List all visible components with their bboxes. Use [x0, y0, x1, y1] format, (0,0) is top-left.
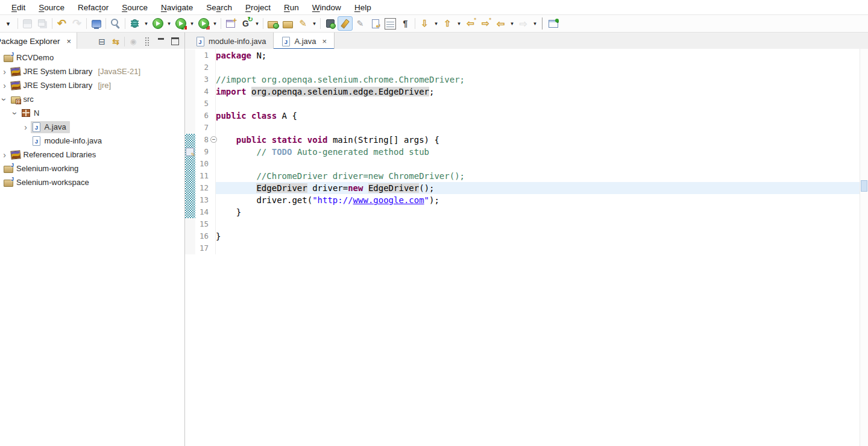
code-text[interactable]: [216, 98, 860, 110]
code-text[interactable]: driver.get("http://www.google.com");: [216, 194, 860, 206]
open-perspective-icon[interactable]: [322, 16, 338, 31]
menu-navigate[interactable]: Navigate: [154, 2, 200, 13]
focus-on-active-task-icon[interactable]: [127, 35, 140, 48]
gradle-refresh-icon[interactable]: [238, 16, 253, 31]
menu-window[interactable]: Window: [306, 2, 348, 13]
coverage-icon[interactable]: [173, 16, 188, 31]
chevron-expanded-icon[interactable]: [0, 53, 1, 63]
chevron-collapsed-icon[interactable]: [1, 67, 8, 77]
run-dropdown-icon[interactable]: ▾: [165, 16, 173, 31]
pin-editor-icon[interactable]: [546, 16, 561, 31]
undo-icon[interactable]: [54, 16, 69, 31]
next-annotation-icon[interactable]: [417, 16, 432, 31]
code-text[interactable]: public class A {: [216, 110, 860, 122]
menu-source[interactable]: Source: [115, 2, 154, 13]
debug-dropdown-icon[interactable]: ▾: [142, 16, 150, 31]
tree-item-n[interactable]: N: [11, 106, 184, 120]
tree-item-src[interactable]: src: [1, 92, 185, 106]
chevron-expanded-icon[interactable]: [1, 95, 8, 104]
editor-tab-a-java[interactable]: A.java×: [273, 33, 335, 50]
save-all-icon[interactable]: [35, 16, 50, 31]
run-icon[interactable]: [150, 16, 165, 31]
profile-icon[interactable]: [196, 16, 211, 31]
tree-item-referenced-libraries[interactable]: Referenced Libraries: [1, 148, 185, 162]
code-text[interactable]: [216, 122, 860, 134]
gradle-refresh-dropdown-icon[interactable]: ▾: [253, 16, 261, 31]
code-text[interactable]: }: [216, 206, 860, 218]
previous-annotation-dropdown-icon[interactable]: ▾: [455, 16, 463, 31]
menu-search[interactable]: Search: [200, 2, 239, 13]
overview-ruler[interactable]: [860, 49, 868, 446]
code-text[interactable]: EdgeDriver driver=new EdgeDriver();: [216, 182, 860, 194]
fold-column: [210, 194, 216, 206]
menu-help[interactable]: Help: [348, 2, 378, 13]
forward-icon[interactable]: [516, 16, 531, 31]
code-text[interactable]: public static void main(String[] args) {: [216, 134, 860, 146]
code-text[interactable]: [216, 61, 860, 74]
last-edit-location-icon[interactable]: [463, 16, 478, 31]
show-selected-element-icon[interactable]: [383, 16, 398, 31]
forward-dropdown-icon[interactable]: ▾: [531, 16, 539, 31]
tree-item-jre-system-library[interactable]: JRE System Library[jre]: [1, 78, 185, 92]
tree-item-selenium-workspace[interactable]: Selenium-workspace: [0, 175, 184, 189]
tree-item-a-java[interactable]: A.java: [22, 120, 185, 134]
code-text[interactable]: import org.openqa.selenium.edge.EdgeDriv…: [216, 86, 860, 98]
maximize-icon[interactable]: [168, 35, 181, 48]
view-menu-icon[interactable]: [140, 35, 154, 48]
previous-annotation-icon[interactable]: [440, 16, 455, 31]
back-icon[interactable]: [493, 16, 508, 31]
tree-item-selenium-working[interactable]: Selenium-working: [0, 162, 184, 175]
code-text[interactable]: [216, 242, 860, 254]
menu-source[interactable]: Source: [32, 2, 71, 13]
code-text[interactable]: //import org.openqa.selenium.chrome.Chro…: [216, 74, 860, 86]
tree-item-jre-system-library[interactable]: JRE System Library[JavaSE-21]: [1, 64, 185, 78]
annotate-dropdown-icon[interactable]: ▾: [310, 16, 318, 31]
next-edit-location-icon[interactable]: [478, 16, 493, 31]
save-icon[interactable]: [20, 16, 35, 31]
annotate-icon[interactable]: [295, 16, 310, 31]
format-icon[interactable]: [353, 16, 368, 31]
open-resource-icon[interactable]: [280, 16, 295, 31]
chevron-collapsed-icon[interactable]: [1, 81, 8, 90]
inspect-icon[interactable]: [108, 16, 123, 31]
tree-item-module-info-java[interactable]: module-info.java: [22, 134, 185, 148]
code-text[interactable]: [216, 158, 860, 170]
back-dropdown-icon[interactable]: ▾: [508, 16, 516, 31]
code-area[interactable]: 1package N;23//import org.openqa.seleniu…: [185, 49, 860, 446]
open-console-icon[interactable]: [89, 16, 104, 31]
package-explorer-view-tab[interactable]: Package Explorer ×: [0, 33, 77, 50]
code-text[interactable]: [216, 218, 860, 230]
close-tab-icon[interactable]: ×: [322, 37, 327, 46]
redo-icon[interactable]: [69, 16, 84, 31]
import-projects-icon[interactable]: [265, 16, 280, 31]
minimize-icon[interactable]: [154, 35, 168, 48]
code-text[interactable]: // TODO Auto-generated method stub: [216, 146, 860, 158]
chevron-collapsed-icon[interactable]: [1, 150, 8, 160]
collapse-fold-icon[interactable]: −: [210, 136, 217, 143]
next-annotation-dropdown-icon[interactable]: ▾: [432, 16, 440, 31]
chevron-expanded-icon[interactable]: [11, 108, 19, 118]
show-whitespace-icon[interactable]: [398, 16, 413, 31]
new-wizard-dropdown-icon[interactable]: [1, 16, 16, 31]
editor-tab-module-info-java[interactable]: module-info.java: [188, 33, 273, 50]
chevron-collapsed-icon[interactable]: [22, 122, 30, 132]
collapse-all-icon[interactable]: [95, 35, 108, 48]
link-with-editor-icon[interactable]: [109, 35, 122, 48]
profile-dropdown-icon[interactable]: ▾: [211, 16, 219, 31]
new-java-project-icon[interactable]: [223, 16, 238, 31]
mark-occurrences-icon[interactable]: [338, 16, 353, 31]
debug-icon[interactable]: [127, 16, 142, 31]
menu-project[interactable]: Project: [239, 2, 277, 13]
menu-run[interactable]: Run: [277, 2, 306, 13]
code-text[interactable]: //ChromeDriver driver=new ChromeDriver()…: [216, 170, 860, 182]
coverage-dropdown-icon[interactable]: ▾: [188, 16, 196, 31]
tab-label: module-info.java: [209, 37, 266, 46]
code-text[interactable]: }: [216, 230, 860, 242]
java-editor[interactable]: 1package N;23//import org.openqa.seleniu…: [185, 49, 868, 446]
tree-item-rcvdemo[interactable]: RCVDemo: [0, 51, 184, 64]
close-view-icon[interactable]: ×: [67, 37, 72, 46]
code-text[interactable]: package N;: [216, 49, 860, 61]
menu-refactor[interactable]: Refactor: [71, 2, 115, 13]
menu-edit[interactable]: Edit: [5, 2, 32, 13]
link-with-editor-icon[interactable]: [368, 16, 383, 31]
